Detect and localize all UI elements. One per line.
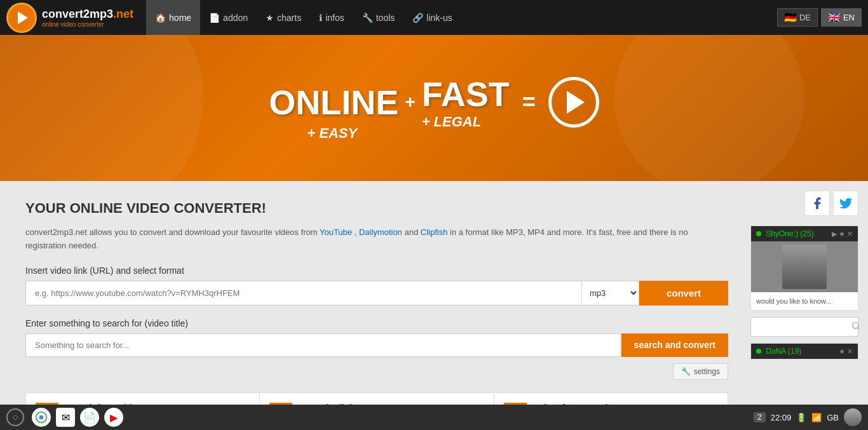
hero-banner: ONLINE + FAST + LEGAL = + EASY xyxy=(0,35,868,181)
logo-text: convert2mp3.net online video converter xyxy=(42,8,133,28)
hero-online: ONLINE xyxy=(269,83,398,122)
sidebar: ShyOne:) (25) ▶ ★ ✕ would you like to kn… xyxy=(741,181,868,430)
settings-button[interactable]: 🔧 settings xyxy=(673,363,728,380)
chat-actions-2[interactable]: ★ ✕ xyxy=(839,347,853,356)
hero-plus1: + xyxy=(405,92,415,112)
play-icon xyxy=(18,11,28,24)
logo-icon xyxy=(6,3,37,33)
svg-point-2 xyxy=(39,415,44,420)
facebook-button[interactable] xyxy=(804,191,830,216)
wrench-icon: 🔧 xyxy=(681,367,691,376)
notification-badge: 2 xyxy=(754,412,766,422)
nav-link-us[interactable]: 🔗 link-us xyxy=(403,0,461,35)
docs-app[interactable]: 📄 xyxy=(80,408,99,427)
chat-image-1 xyxy=(751,241,858,292)
sidebar-search-icon xyxy=(851,321,860,332)
youtube-link[interactable]: YouTube xyxy=(320,227,352,237)
search-convert-button[interactable]: search and convert xyxy=(621,333,728,357)
charts-icon: ★ xyxy=(266,13,274,23)
hero-legal: + LEGAL xyxy=(422,114,482,130)
hero-fast: FAST xyxy=(422,74,510,114)
online-indicator-2 xyxy=(756,349,761,354)
link-icon: 🔗 xyxy=(412,13,423,23)
nav-links: 🏠 home 📄 addon ★ charts ℹ infos 🔧 tools … xyxy=(146,0,461,35)
chat-message-1: would you like to know... xyxy=(751,292,858,310)
de-flag-icon: 🇩🇪 xyxy=(784,11,797,24)
youtube-icon: ▶ xyxy=(110,412,118,424)
user-avatar[interactable] xyxy=(844,408,862,426)
battery-icon: 🔋 xyxy=(796,413,806,422)
system-circle: ○ xyxy=(6,408,24,426)
chat-online-dot: ShyOne:) (25) xyxy=(756,229,814,238)
twitter-button[interactable] xyxy=(833,191,858,216)
system-icon: ○ xyxy=(12,412,18,423)
chat-actions-1[interactable]: ▶ ★ ✕ xyxy=(832,230,853,238)
navbar: convert2mp3.net online video converter 🏠… xyxy=(0,0,868,35)
en-flag-icon: 🇬🇧 xyxy=(828,11,841,24)
sidebar-search-box xyxy=(750,317,858,337)
gmail-app[interactable]: ✉ xyxy=(56,408,75,427)
search-label: Enter something to search for (video tit… xyxy=(25,318,728,328)
desc-comma: , xyxy=(355,227,359,237)
gmail-icon: ✉ xyxy=(62,412,70,424)
search-row: search and convert xyxy=(25,333,728,357)
convert-button[interactable]: convert xyxy=(639,281,728,306)
format-select[interactable]: mp3 mp4 m4a webm aac flac ogg wav wma xyxy=(582,281,639,306)
svg-line-1 xyxy=(858,328,860,330)
url-row: mp3 mp4 m4a webm aac flac ogg wav wma co… xyxy=(25,281,728,306)
site-tagline: online video converter xyxy=(42,21,133,28)
infos-icon: ℹ xyxy=(319,13,322,23)
docs-icon: 📄 xyxy=(83,412,96,424)
desc-part1: convert2mp3.net allows you to convert an… xyxy=(25,227,320,237)
url-input[interactable] xyxy=(25,281,582,306)
home-icon: 🏠 xyxy=(155,13,166,23)
nav-infos[interactable]: ℹ infos xyxy=(310,0,353,35)
lang-en-button[interactable]: 🇬🇧 EN xyxy=(821,8,862,27)
taskbar-right: 2 22:09 🔋 📶 GB xyxy=(754,408,862,426)
chat-card-1: ShyOne:) (25) ▶ ★ ✕ would you like to kn… xyxy=(750,225,858,311)
hero-play-icon xyxy=(567,91,585,114)
youtube-app[interactable]: ▶ xyxy=(104,408,123,427)
online-indicator xyxy=(756,231,761,236)
hero-eq: = xyxy=(522,89,536,116)
main-wrapper: YOUR ONLINE VIDEO CONVERTER! convert2mp3… xyxy=(0,181,868,430)
chrome-app[interactable] xyxy=(32,408,51,427)
chat-header-2: DaNA (19) ★ ✕ xyxy=(751,344,858,359)
search-input[interactable] xyxy=(25,333,621,357)
site-name: convert2mp3.net xyxy=(42,8,133,21)
logo[interactable]: convert2mp3.net online video converter xyxy=(6,3,133,33)
nav-home[interactable]: 🏠 home xyxy=(146,0,200,35)
chat-header-1: ShyOne:) (25) ▶ ★ ✕ xyxy=(751,226,858,241)
page-title: YOUR ONLINE VIDEO CONVERTER! xyxy=(25,200,728,217)
nav-addon[interactable]: 📄 addon xyxy=(200,0,257,35)
desc-and: and xyxy=(404,227,420,237)
description: convert2mp3.net allows you to convert an… xyxy=(25,226,728,253)
nav-charts[interactable]: ★ charts xyxy=(257,0,310,35)
user-photo-1 xyxy=(782,245,827,289)
lang-de-button[interactable]: 🇩🇪 DE xyxy=(777,8,818,27)
hero-easy: + EASY xyxy=(307,125,357,142)
wifi-icon: 📶 xyxy=(811,413,822,422)
hero-row1: ONLINE + FAST + LEGAL = xyxy=(269,74,599,130)
language-switcher: 🇩🇪 DE 🇬🇧 EN xyxy=(777,8,862,27)
battery-label: GB xyxy=(827,413,839,422)
svg-point-0 xyxy=(853,323,858,328)
clipfish-link[interactable]: Clipfish xyxy=(421,227,448,237)
sidebar-search-input[interactable] xyxy=(756,323,851,332)
tools-icon: 🔧 xyxy=(362,13,373,23)
dailymotion-link[interactable]: Dailymotion xyxy=(359,227,402,237)
addon-icon: 📄 xyxy=(209,13,220,23)
chat-online-dot-2: DaNA (19) xyxy=(756,347,801,356)
hero-content: ONLINE + FAST + LEGAL = + EASY xyxy=(269,74,599,142)
content-area: YOUR ONLINE VIDEO CONVERTER! convert2mp3… xyxy=(0,181,741,430)
taskbar: ○ ✉ 📄 ▶ 2 22:09 🔋 📶 GB xyxy=(0,405,868,430)
nav-tools[interactable]: 🔧 tools xyxy=(353,0,404,35)
url-label: Insert video link (URL) and select forma… xyxy=(25,265,728,276)
clock: 22:09 xyxy=(771,413,792,422)
social-row xyxy=(750,191,858,216)
chat-card-2: DaNA (19) ★ ✕ xyxy=(750,343,858,359)
hero-logo xyxy=(548,77,599,128)
